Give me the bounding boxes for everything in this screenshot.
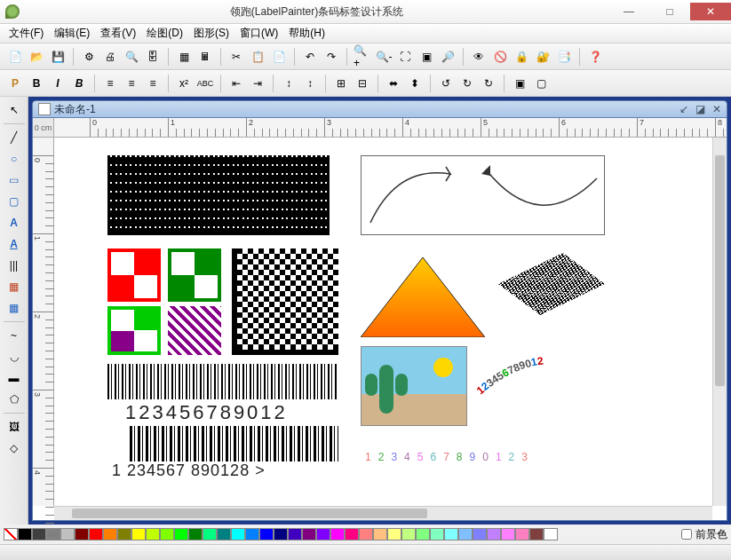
qr-red[interactable]	[107, 248, 161, 302]
show-button[interactable]: 👁	[469, 47, 489, 67]
bold2-button[interactable]: B	[69, 74, 89, 93]
barcode-2[interactable]	[130, 426, 338, 461]
barcode-1-text[interactable]: 123456789012	[125, 401, 288, 424]
color-swatch[interactable]	[18, 528, 32, 540]
save-button[interactable]: 💾	[48, 47, 68, 67]
datamatrix[interactable]	[232, 248, 338, 355]
color-swatch[interactable]	[146, 528, 160, 540]
align-v-button[interactable]: ⬍	[405, 74, 425, 93]
doc-close-icon[interactable]: ✕	[712, 103, 721, 115]
paste-button[interactable]: 📄	[269, 47, 289, 67]
color-swatch[interactable]	[89, 528, 103, 540]
minimize-button[interactable]: —	[608, 3, 649, 20]
menu-help[interactable]: 帮助(H)	[283, 24, 330, 43]
bold-button[interactable]: B	[27, 74, 46, 93]
foreground-toggle[interactable]: 前景色	[681, 527, 727, 542]
color-swatch[interactable]	[430, 528, 444, 540]
zoom-out-button[interactable]: 🔍-	[374, 47, 393, 67]
color-swatch[interactable]	[117, 528, 131, 540]
doc-minimize-icon[interactable]: ↙	[679, 103, 688, 115]
color-swatch[interactable]	[387, 528, 401, 540]
ungroup-button[interactable]: ▢	[531, 74, 551, 93]
curve-box[interactable]	[361, 155, 605, 235]
color-swatch[interactable]	[131, 528, 146, 540]
qr-mixed1[interactable]	[107, 306, 161, 355]
color-swatch[interactable]	[529, 528, 544, 540]
vertical-ruler[interactable]: 01234	[33, 138, 54, 506]
color-swatch[interactable]	[217, 528, 231, 540]
align-left-button[interactable]: ≡	[100, 74, 120, 93]
undo-button[interactable]: ↶	[300, 47, 320, 67]
color-swatch[interactable]	[302, 528, 316, 540]
maximize-button[interactable]: □	[649, 3, 690, 20]
italic-button[interactable]: I	[48, 74, 68, 93]
settings-button[interactable]: ⚙	[79, 47, 99, 67]
pointer-tool[interactable]: ↖	[4, 100, 25, 120]
hide-button[interactable]: 🚫	[490, 47, 510, 67]
color-swatch[interactable]	[75, 528, 89, 540]
table-tool[interactable]: ▦	[4, 298, 25, 318]
print-button[interactable]: 🖨	[100, 47, 120, 67]
menu-file[interactable]: 文件(F)	[4, 24, 49, 43]
color-swatch[interactable]	[231, 528, 245, 540]
color-swatch[interactable]	[245, 528, 259, 540]
lockall-button[interactable]: 🔐	[533, 47, 552, 67]
help-button[interactable]: ❓	[585, 47, 605, 67]
scroll-thumb-v[interactable]	[715, 155, 725, 386]
cut-button[interactable]: ✂	[226, 47, 246, 67]
rotate-90l-button[interactable]: ↺	[436, 74, 456, 93]
color-swatch[interactable]	[487, 528, 501, 540]
color-swatch[interactable]	[501, 528, 515, 540]
qr-green[interactable]	[168, 248, 221, 302]
color-swatch[interactable]	[203, 528, 217, 540]
arc-tool[interactable]: ◡	[4, 347, 25, 367]
color-swatch[interactable]	[188, 528, 203, 540]
zoom-in-button[interactable]: 🔍+	[353, 47, 372, 67]
color-swatch[interactable]	[316, 528, 330, 540]
pdf417-barcode[interactable]	[107, 155, 330, 235]
menu-draw[interactable]: 绘图(D)	[141, 24, 188, 43]
color-swatch[interactable]	[401, 528, 416, 540]
menu-view[interactable]: 查看(V)	[95, 24, 141, 43]
qr-tool[interactable]: ▦	[4, 277, 25, 296]
color-swatch[interactable]	[515, 528, 529, 540]
rainbow-text[interactable]: 1234567890123	[365, 441, 535, 466]
properties-button[interactable]: 📑	[554, 47, 574, 67]
color-swatch[interactable]	[458, 528, 473, 540]
align-h-button[interactable]: ⬌	[384, 74, 403, 93]
color-swatch[interactable]	[345, 528, 359, 540]
color-swatch[interactable]	[32, 528, 46, 540]
color-swatch[interactable]	[416, 528, 430, 540]
roundrect-tool[interactable]: ▢	[4, 192, 25, 211]
foreground-checkbox[interactable]	[681, 529, 692, 540]
doc-restore-icon[interactable]: ◪	[695, 103, 705, 115]
open-button[interactable]: 📂	[27, 47, 46, 67]
color-swatch[interactable]	[373, 528, 387, 540]
qr-mixed2[interactable]	[168, 306, 221, 355]
color-swatch[interactable]	[444, 528, 458, 540]
color-none[interactable]	[4, 528, 18, 540]
merge-button[interactable]: ⊞	[331, 74, 351, 93]
color-swatch[interactable]	[103, 528, 117, 540]
arc-text[interactable]: 123456789012	[476, 351, 627, 416]
barcode-2-text[interactable]: 1 234567 890128 >	[112, 461, 266, 480]
polyrect-tool[interactable]: ▬	[4, 368, 25, 388]
menu-window[interactable]: 窗口(W)	[234, 24, 283, 43]
horizontal-scrollbar[interactable]	[54, 506, 712, 520]
new-button[interactable]: 📄	[5, 47, 25, 67]
plain-button[interactable]: P	[5, 74, 25, 93]
zoom-page-button[interactable]: ▣	[417, 47, 436, 67]
label-page[interactable]: 123456789012 1 234567 890128 > 123456	[63, 146, 712, 484]
menu-edit[interactable]: 编辑(E)	[49, 24, 95, 43]
color-swatch[interactable]	[160, 528, 174, 540]
copy-button[interactable]: 📋	[248, 47, 267, 67]
shape-tool[interactable]: ◇	[4, 438, 25, 458]
unmerge-button[interactable]: ⊟	[353, 74, 372, 93]
curve-tool[interactable]: ~	[4, 326, 25, 345]
supsub-button[interactable]: x²	[174, 74, 194, 93]
align-center-button[interactable]: ≡	[122, 74, 141, 93]
color-swatch[interactable]	[60, 528, 75, 540]
color-swatch[interactable]	[330, 528, 345, 540]
abc-button[interactable]: ABC	[195, 74, 215, 93]
color-swatch[interactable]	[288, 528, 302, 540]
